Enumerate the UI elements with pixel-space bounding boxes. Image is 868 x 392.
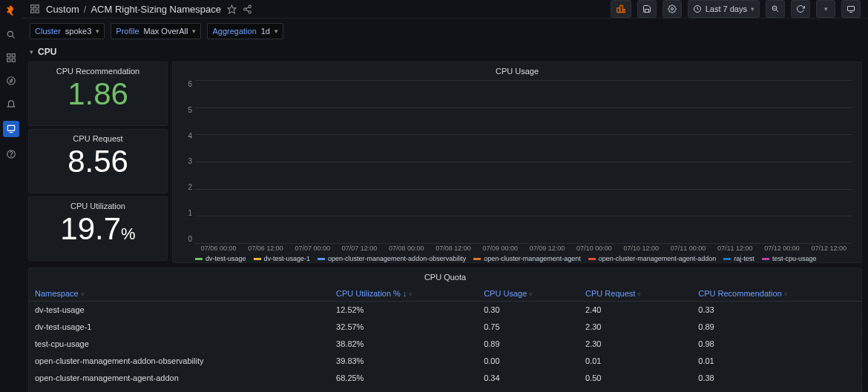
var-cluster[interactable]: Cluster spoke3 ▾: [30, 23, 105, 39]
var-profile[interactable]: Profile Max OverAll ▾: [111, 23, 201, 39]
table-row[interactable]: open-cluster-management-agent-addon68.25…: [29, 370, 861, 387]
folder-name[interactable]: Custom: [46, 4, 79, 15]
grafana-logo-icon[interactable]: [4, 4, 18, 18]
svg-rect-30: [848, 7, 855, 11]
refresh-interval-button[interactable]: ▾: [816, 0, 835, 18]
table-row[interactable]: test-cpu-usage38.82%0.892.300.98: [29, 336, 861, 353]
table-row[interactable]: dv-test-usage12.52%0.302.400.33: [29, 302, 861, 319]
x-axis: 07/06 00:0007/06 12:0007/07 00:0007/07 1…: [195, 245, 852, 252]
table-header[interactable]: Namespace▿: [29, 286, 330, 302]
table-header[interactable]: CPU Recommendation▿: [692, 286, 861, 302]
stat-value: 19.7%: [29, 212, 167, 249]
chart-plot-area[interactable]: 6543210: [195, 80, 852, 243]
table-header[interactable]: CPU Utilization % ↓▿: [330, 286, 478, 302]
stat-value: 8.56: [29, 144, 167, 182]
save-button[interactable]: [637, 0, 657, 18]
svg-line-29: [776, 10, 778, 12]
svg-rect-14: [31, 10, 34, 13]
svg-rect-5: [12, 59, 15, 62]
y-axis: 6543210: [179, 80, 192, 243]
refresh-button[interactable]: [791, 0, 810, 18]
table-row[interactable]: dv-test-usage-132.57%0.752.300.89: [29, 319, 861, 336]
panel-title: CPU Quota: [29, 268, 861, 286]
row-cpu-header[interactable]: ▾ CPU: [22, 44, 868, 62]
panel-cpu-recommendation[interactable]: CPU Recommendation 1.86: [28, 62, 168, 126]
legend-item[interactable]: test-cpu-usage: [762, 255, 817, 262]
alerting-icon[interactable]: [5, 98, 17, 110]
time-range-label: Last 7 days: [706, 4, 747, 13]
svg-point-11: [11, 156, 12, 157]
breadcrumb: Custom / ACM Right-Sizing Namespace: [46, 4, 221, 15]
svg-rect-23: [620, 5, 623, 12]
svg-rect-3: [12, 54, 15, 57]
legend-item[interactable]: raj-test: [723, 255, 754, 262]
star-icon[interactable]: [227, 4, 237, 14]
panel-cpu-utilization[interactable]: CPU Utilization 19.7%: [28, 196, 168, 261]
table-row[interactable]: open-cluster-management-addon-observabil…: [29, 353, 861, 370]
chevron-down-icon: ▾: [274, 27, 278, 35]
apps-icon[interactable]: [3, 121, 19, 137]
settings-button[interactable]: [662, 0, 682, 18]
svg-point-18: [244, 7, 246, 10]
svg-point-6: [7, 77, 16, 85]
chevron-down-icon: ▾: [96, 27, 99, 35]
panel-title: CPU Usage: [173, 62, 861, 77]
chevron-down-icon: ▾: [30, 48, 33, 56]
chevron-down-icon: ▾: [751, 5, 754, 13]
panel-grid-icon[interactable]: [30, 4, 40, 14]
chevron-down-icon: ▾: [192, 27, 196, 35]
legend-item[interactable]: open-cluster-management-agent: [473, 255, 581, 262]
table-header[interactable]: CPU Request▿: [579, 286, 692, 302]
svg-rect-13: [36, 5, 39, 8]
row-label: CPU: [38, 47, 56, 57]
svg-marker-7: [10, 79, 12, 83]
svg-marker-16: [228, 5, 236, 13]
variable-bar: Cluster spoke3 ▾ Profile Max OverAll ▾ A…: [22, 19, 868, 44]
legend-item[interactable]: open-cluster-management-agent-addon: [588, 255, 717, 262]
search-icon[interactable]: [5, 29, 17, 41]
table-header[interactable]: CPU Usage▿: [478, 286, 579, 302]
svg-rect-24: [623, 10, 625, 13]
legend-item[interactable]: dv-test-usage: [195, 255, 246, 262]
sidebar: [0, 0, 22, 392]
svg-rect-12: [31, 5, 34, 8]
svg-point-19: [249, 10, 251, 13]
explore-icon[interactable]: [5, 75, 17, 87]
table-row[interactable]: open-cluster-management-agent92.18%0.050…: [29, 387, 861, 393]
svg-point-0: [7, 31, 13, 36]
page-title[interactable]: ACM Right-Sizing Namespace: [91, 4, 221, 15]
topbar: Custom / ACM Right-Sizing Namespace Last…: [22, 0, 868, 19]
svg-rect-4: [7, 59, 10, 62]
share-icon[interactable]: [243, 4, 252, 14]
tv-mode-button[interactable]: [841, 0, 861, 18]
stat-value: 1.86: [29, 77, 167, 114]
time-range-picker[interactable]: Last 7 days ▾: [688, 0, 760, 18]
cpu-quota-table: Namespace▿CPU Utilization % ↓▿CPU Usage▿…: [29, 286, 861, 392]
panel-cpu-usage-chart[interactable]: CPU Usage 6543210 07/06 00:0007/06 12:00…: [172, 62, 862, 263]
panel-title: CPU Utilization: [29, 197, 167, 212]
svg-line-1: [12, 36, 14, 38]
svg-rect-8: [7, 125, 14, 130]
legend-item[interactable]: open-cluster-management-addon-observabil…: [318, 255, 466, 262]
dashboards-icon[interactable]: [5, 52, 17, 64]
svg-rect-2: [7, 54, 10, 57]
legend-item[interactable]: dv-test-usage-1: [254, 255, 311, 262]
svg-line-20: [246, 7, 249, 8]
chart-legend: dv-test-usagedv-test-usage-1open-cluster…: [195, 255, 852, 262]
chart-grid: [195, 80, 852, 243]
help-icon[interactable]: [5, 148, 17, 160]
panel-cpu-quota-table[interactable]: CPU Quota Namespace▿CPU Utilization % ↓▿…: [28, 268, 862, 392]
var-aggregation[interactable]: Aggregation 1d ▾: [207, 23, 283, 39]
zoom-out-button[interactable]: [766, 0, 785, 18]
svg-rect-22: [617, 8, 619, 13]
svg-line-21: [246, 10, 249, 11]
svg-rect-15: [36, 10, 39, 13]
svg-point-25: [671, 8, 673, 10]
panel-title: CPU Recommendation: [29, 62, 167, 77]
panel-cpu-request[interactable]: CPU Request 8.56: [28, 129, 168, 193]
svg-point-17: [249, 5, 251, 7]
add-panel-button[interactable]: [611, 0, 631, 18]
panel-title: CPU Request: [29, 130, 167, 144]
